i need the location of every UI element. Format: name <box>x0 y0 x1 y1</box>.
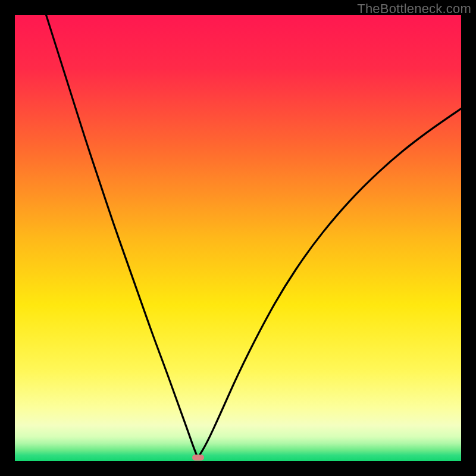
bottleneck-curve <box>15 15 461 461</box>
curve-left-branch <box>46 15 198 458</box>
chart-frame: TheBottleneck.com <box>0 0 476 476</box>
plot-area <box>15 15 461 461</box>
watermark-text: TheBottleneck.com <box>357 1 471 17</box>
curve-right-branch <box>198 109 462 458</box>
bottleneck-marker <box>192 455 204 461</box>
